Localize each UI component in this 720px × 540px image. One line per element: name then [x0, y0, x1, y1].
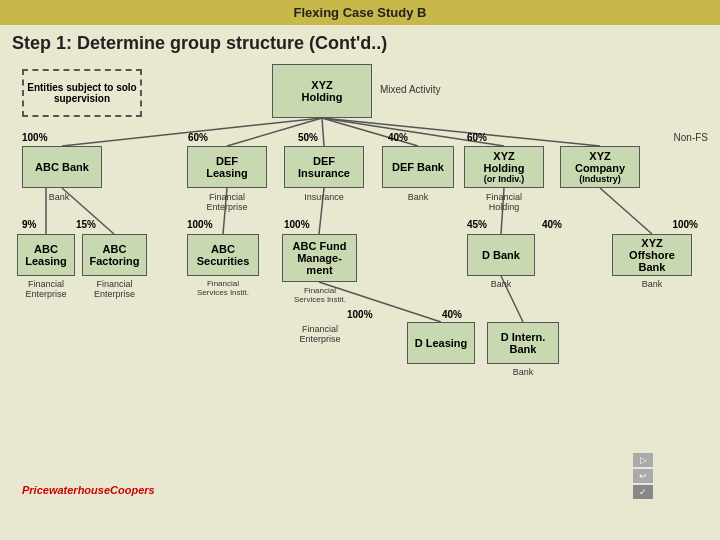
pct-100: 100% — [22, 132, 48, 143]
footer: PricewaterhouseCoopers — [22, 484, 155, 496]
xyz-indiv-line1: XYZ — [493, 150, 514, 162]
footer-nav-icons[interactable]: ▷ ↩ ✓ — [633, 453, 653, 499]
d-intern-type: Bank — [487, 367, 559, 377]
def-insurance-line2: Insurance — [298, 167, 350, 179]
svg-line-11 — [600, 188, 652, 234]
d-intern-line1: D Intern. — [501, 331, 546, 343]
pct-9: 9% — [22, 219, 36, 230]
abc-securities-line1: ABC — [211, 243, 235, 255]
xyz-offshore-box: XYZ Offshore Bank — [612, 234, 692, 276]
pct-60b: 60% — [467, 132, 487, 143]
def-insurance-type: Insurance — [284, 192, 364, 202]
d-intern-line2: Bank — [510, 343, 537, 355]
abc-fund-box: ABC Fund Manage- ment — [282, 234, 357, 282]
pct-40: 40% — [388, 132, 408, 143]
xyz-offshore-line3: Bank — [639, 261, 666, 273]
pct-100e: 100% — [347, 309, 373, 320]
xyz-company-line2: Company — [575, 162, 625, 174]
mixed-activity-label: Mixed Activity — [380, 84, 441, 95]
abc-fund-type: FinancialServices Instit. — [284, 286, 356, 304]
pct-50: 50% — [298, 132, 318, 143]
pwc-logo: PricewaterhouseCoopers — [22, 484, 155, 496]
abc-leasing-type: FinancialEnterprise — [17, 279, 75, 299]
def-bank-label: DEF Bank — [392, 161, 444, 173]
abc-factoring-box: ABC Factoring — [82, 234, 147, 276]
def-leasing-line2: Leasing — [206, 167, 248, 179]
abc-bank-type: Bank — [30, 192, 88, 202]
abc-securities-type: FinancialServices Instit. — [187, 279, 259, 297]
nav-icon-1[interactable]: ▷ — [633, 453, 653, 467]
fin-enterprise-3: FinancialEnterprise — [284, 324, 356, 344]
def-leasing-type: FinancialEnterprise — [187, 192, 267, 212]
nav-icon-2[interactable]: ↩ — [633, 469, 653, 483]
abc-securities-line2: Securities — [197, 255, 250, 267]
step-title: Step 1: Determine group structure (Cont'… — [12, 33, 708, 54]
xyz-company-line3: (Industry) — [579, 174, 621, 184]
abc-fund-line2: Manage- — [297, 252, 342, 264]
page-title: Flexing Case Study B — [294, 5, 427, 20]
non-fs-label: Non-FS — [674, 132, 708, 143]
pct-100d: 100% — [672, 219, 698, 230]
abc-fund-line1: ABC Fund — [293, 240, 347, 252]
abc-bank-box: ABC Bank — [22, 146, 102, 188]
pct-100c: 100% — [284, 219, 310, 230]
abc-factoring-line1: ABC — [103, 243, 127, 255]
xyz-indiv-line2: Holding — [484, 162, 525, 174]
d-leasing-label: D Leasing — [415, 337, 468, 349]
abc-factoring-line2: Factoring — [89, 255, 139, 267]
abc-factoring-type: FinancialEnterprise — [82, 279, 147, 299]
def-leasing-box: DEF Leasing — [187, 146, 267, 188]
xyz-holding-line2: Holding — [302, 91, 343, 103]
xyz-holding-indiv-box: XYZ Holding (or Indiv.) — [464, 146, 544, 188]
xyz-indiv-line3: (or Indiv.) — [484, 174, 524, 184]
pct-45: 45% — [467, 219, 487, 230]
d-bank-box: D Bank — [467, 234, 535, 276]
d-bank-type: Bank — [467, 279, 535, 289]
header-bar: Flexing Case Study B — [0, 0, 720, 25]
pct-15: 15% — [76, 219, 96, 230]
def-bank-type: Bank — [388, 192, 448, 202]
xyz-offshore-line1: XYZ — [641, 237, 662, 249]
d-leasing-box: D Leasing — [407, 322, 475, 364]
def-insurance-line1: DEF — [313, 155, 335, 167]
d-intern-bank-box: D Intern. Bank — [487, 322, 559, 364]
def-insurance-box: DEF Insurance — [284, 146, 364, 188]
pct-40d: 40% — [442, 309, 462, 320]
abc-leasing-line2: Leasing — [25, 255, 67, 267]
xyz-offshore-type: Bank — [612, 279, 692, 289]
d-bank-label: D Bank — [482, 249, 520, 261]
abc-bank-label: ABC Bank — [35, 161, 89, 173]
abc-leasing-box: ABC Leasing — [17, 234, 75, 276]
svg-line-5 — [322, 118, 600, 146]
pct-60a: 60% — [188, 132, 208, 143]
xyz-company-line1: XYZ — [589, 150, 610, 162]
xyz-offshore-line2: Offshore — [629, 249, 675, 261]
xyz-indiv-type: FinancialHolding — [464, 192, 544, 212]
xyz-company-box: XYZ Company (Industry) — [560, 146, 640, 188]
pct-40c: 40% — [542, 219, 562, 230]
def-bank-box: DEF Bank — [382, 146, 454, 188]
main-area: Step 1: Determine group structure (Cont'… — [0, 25, 720, 512]
svg-line-2 — [322, 118, 324, 146]
def-leasing-line1: DEF — [216, 155, 238, 167]
entities-subject-label: Entities subject to solo supervision — [24, 82, 140, 104]
entities-subject-box: Entities subject to solo supervision — [22, 69, 142, 117]
abc-leasing-line1: ABC — [34, 243, 58, 255]
abc-fund-line3: ment — [306, 264, 332, 276]
pct-100b: 100% — [187, 219, 213, 230]
xyz-holding-line1: XYZ — [311, 79, 332, 91]
xyz-holding-box: XYZ Holding — [272, 64, 372, 118]
abc-securities-box: ABC Securities — [187, 234, 259, 276]
nav-icon-3[interactable]: ✓ — [633, 485, 653, 499]
diagram: Entities subject to solo supervision XYZ… — [12, 64, 708, 504]
